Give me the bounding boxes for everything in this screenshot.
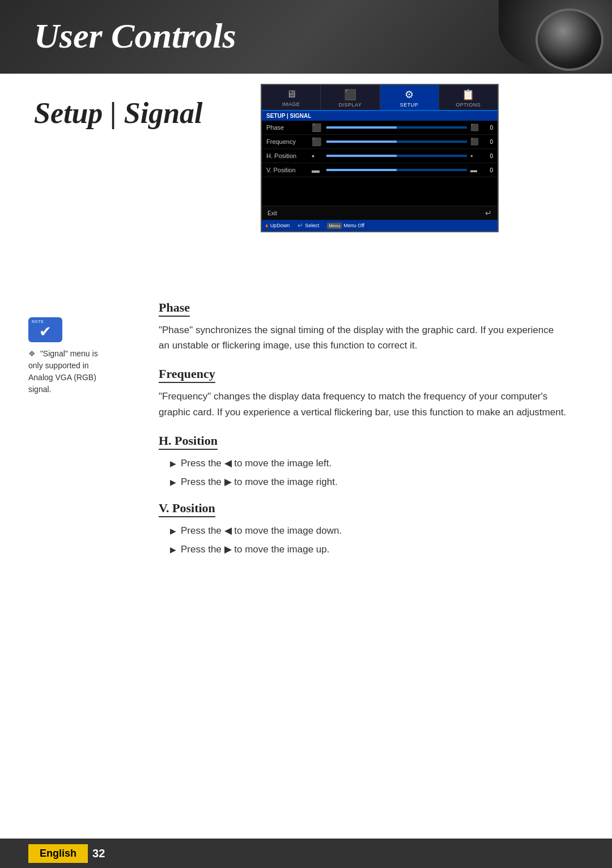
frequency-label: Frequency — [266, 138, 312, 145]
frequency-section: Frequency "Frequency" changes the displa… — [159, 367, 567, 419]
osd-row-phase[interactable]: Phase ⬛ ⬛ 0 — [262, 121, 498, 135]
osd-bottom-bar: ♦ UpDown ↵ Select Menu Menu Off — [262, 220, 498, 231]
options-tab-icon: 📋 — [441, 88, 495, 101]
hposition-value: 0 — [482, 153, 493, 159]
tab-setup[interactable]: ⚙ SETUP — [380, 85, 439, 110]
vposition-heading: V. Position — [159, 501, 215, 517]
vposition-section: V. Position ▶ Press the ◀ to move the im… — [159, 501, 567, 557]
frequency-icon-left: ⬛ — [312, 137, 323, 146]
bullet-arrow-icon-4: ▶ — [170, 543, 176, 556]
note-text: ❖ "Signal" menu is only supported in Ana… — [28, 348, 113, 395]
phase-slider[interactable] — [326, 126, 467, 129]
osd-breadcrumb: SETUP | SIGNAL — [262, 111, 498, 121]
display-tab-icon: ⬛ — [323, 88, 377, 101]
updown-label: UpDown — [270, 223, 290, 228]
osd-row-frequency[interactable]: Frequency ⬛ ⬛ 0 — [262, 135, 498, 149]
osd-row-vposition[interactable]: V. Position ▬ ▬ 0 — [262, 163, 498, 177]
phase-icon-right: ⬛ — [470, 124, 482, 131]
osd-menu: 🖥 IMAGE ⬛ DISPLAY ⚙ SETUP 📋 OPTIONS SETU… — [261, 84, 499, 232]
exit-icon: ↵ — [485, 209, 492, 218]
bottom-updown: ♦ UpDown — [265, 222, 290, 229]
footer-page-number: 32 — [92, 847, 105, 860]
hposition-bullet-2-text: Press the ▶ to move the image right. — [181, 474, 338, 490]
options-tab-label: OPTIONS — [441, 102, 495, 108]
osd-exit-row[interactable]: Exit ↵ — [262, 206, 498, 220]
frequency-icon-right: ⬛ — [470, 138, 482, 146]
content-area: Phase "Phase" synchronizes the signal ti… — [159, 300, 567, 561]
section-subtitle: Setup | Signal — [34, 96, 203, 130]
hposition-slider[interactable] — [326, 155, 467, 157]
note-body: "Signal" menu is only supported in Analo… — [28, 349, 98, 394]
vposition-bullet-1: ▶ Press the ◀ to move the image down. — [170, 523, 567, 538]
hposition-section: H. Position ▶ Press the ◀ to move the im… — [159, 433, 567, 490]
vposition-bullet-1-text: Press the ◀ to move the image down. — [181, 523, 342, 538]
bullet-arrow-icon: ▶ — [170, 457, 176, 470]
frequency-body: "Frequency" changes the display data fre… — [159, 389, 567, 419]
exit-label: Exit — [267, 210, 485, 216]
osd-empty-space — [262, 177, 498, 206]
note-badge: ✔ — [28, 317, 62, 342]
image-tab-icon: 🖥 — [264, 88, 318, 100]
osd-tab-bar: 🖥 IMAGE ⬛ DISPLAY ⚙ SETUP 📋 OPTIONS — [262, 85, 498, 111]
phase-heading: Phase — [159, 300, 190, 317]
image-tab-label: IMAGE — [264, 101, 318, 107]
bottom-select: ↵ Select — [298, 222, 319, 229]
bullet-arrow-icon-3: ▶ — [170, 525, 176, 537]
lens-inner — [536, 8, 604, 71]
bullet-arrow-icon-2: ▶ — [170, 476, 176, 488]
vposition-slider[interactable] — [326, 169, 467, 171]
frequency-slider[interactable] — [326, 141, 467, 143]
phase-icon-left: ⬛ — [312, 123, 323, 132]
note-box: ✔ ❖ "Signal" menu is only supported in A… — [28, 317, 113, 395]
phase-body: "Phase" synchronizes the signal timing o… — [159, 322, 567, 353]
hposition-icon-left: ▪ — [312, 151, 323, 160]
bottom-menuoff: Menu Menu Off — [327, 222, 364, 229]
hposition-icon-right: ▪ — [470, 152, 482, 160]
vposition-icon-right: ▬ — [470, 166, 482, 174]
select-icon: ↵ — [298, 222, 303, 229]
osd-row-hposition[interactable]: H. Position ▪ ▪ 0 — [262, 149, 498, 163]
vposition-bullet-2-text: Press the ▶ to move the image up. — [181, 542, 329, 557]
footer-language: English — [28, 844, 88, 863]
hposition-heading: H. Position — [159, 433, 218, 450]
tab-display[interactable]: ⬛ DISPLAY — [321, 85, 380, 110]
phase-label: Phase — [266, 124, 312, 131]
vposition-icon-left: ▬ — [312, 165, 323, 175]
note-bullet-icon: ❖ — [28, 349, 36, 358]
updown-icon: ♦ — [265, 222, 269, 229]
note-checkmark-icon: ✔ — [39, 323, 52, 341]
hposition-bullet-1: ▶ Press the ◀ to move the image left. — [170, 456, 567, 471]
hposition-bullet-2: ▶ Press the ▶ to move the image right. — [170, 474, 567, 490]
hposition-label: H. Position — [266, 152, 312, 159]
menu-icon: Menu — [327, 223, 342, 229]
vposition-value: 0 — [482, 167, 493, 173]
setup-tab-icon: ⚙ — [382, 88, 436, 101]
select-label: Select — [305, 223, 319, 228]
vposition-label: V. Position — [266, 167, 312, 173]
tab-options[interactable]: 📋 OPTIONS — [439, 85, 498, 110]
vposition-bullet-2: ▶ Press the ▶ to move the image up. — [170, 542, 567, 557]
phase-value: 0 — [482, 125, 493, 131]
frequency-heading: Frequency — [159, 367, 215, 383]
page-title: User Controls — [34, 16, 236, 56]
tab-image[interactable]: 🖥 IMAGE — [262, 85, 321, 110]
hposition-bullet-1-text: Press the ◀ to move the image left. — [181, 456, 332, 471]
setup-tab-label: SETUP — [382, 102, 436, 108]
frequency-value: 0 — [482, 139, 493, 145]
menuoff-label: Menu Off — [343, 223, 364, 228]
display-tab-label: DISPLAY — [323, 102, 377, 108]
phase-section: Phase "Phase" synchronizes the signal ti… — [159, 300, 567, 353]
footer: English 32 — [0, 839, 612, 868]
